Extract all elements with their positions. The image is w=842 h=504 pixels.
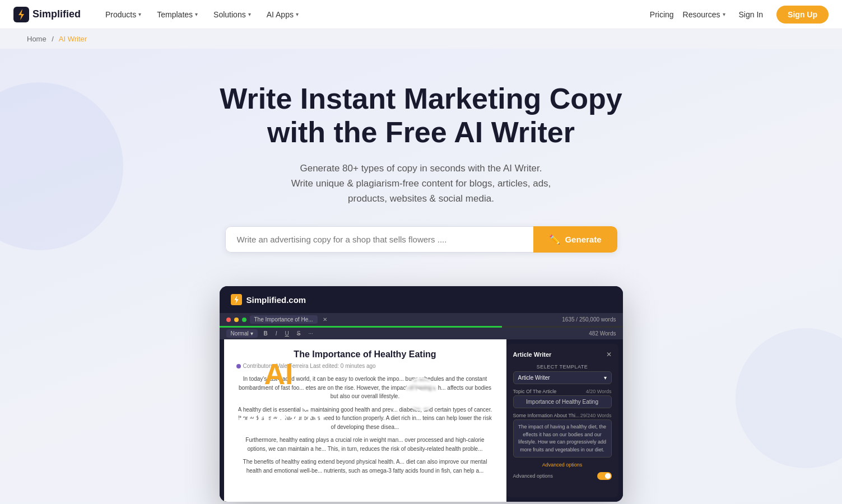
hero-title: Write Instant Marketing Copy with the Fr… (208, 82, 634, 150)
video-preview: Simplified.com The Importance of He... ✕… (220, 286, 623, 502)
editor-toolbar-band: The Importance of He... ✕ 1635 / 250,000… (220, 313, 623, 326)
nav-products[interactable]: Products ▾ (99, 7, 148, 22)
video-overlay-ai: AI (231, 360, 327, 389)
editor-word-count-right: 482 Words (589, 330, 616, 337)
signin-button[interactable]: Sign In (734, 7, 768, 22)
breadcrumb-current: AI Writer (59, 35, 87, 43)
ai-advanced-options[interactable]: Advanced options (513, 462, 612, 468)
logo-text: Simplified (32, 8, 81, 20)
generate-button[interactable]: ✏️ Generate (533, 226, 617, 253)
play-button[interactable] (404, 377, 438, 411)
advanced-toggle[interactable] (597, 472, 612, 480)
format-more-icon: ··· (306, 330, 314, 337)
article-text-3: Furthermore, healthy eating plays a cruc… (236, 436, 494, 453)
signup-button[interactable]: Sign Up (776, 6, 829, 24)
hero-subtitle: Generate 80+ types of copy in seconds wi… (264, 161, 578, 207)
format-normal[interactable]: Normal ▾ (226, 329, 258, 338)
chevron-down-icon: ▾ (604, 375, 607, 381)
video-top-bar: Simplified.com (220, 286, 623, 313)
nav-solutions[interactable]: Solutions ▾ (207, 7, 258, 22)
ai-select-template[interactable]: Article Writer ▾ (513, 371, 612, 384)
italic-icon: I (274, 330, 279, 337)
ai-select-template-label: Select Template (513, 364, 612, 370)
nav-links: Products ▾ Templates ▾ Solutions ▾ AI Ap… (99, 7, 650, 22)
search-bar: ✏️ Generate (225, 226, 617, 253)
nav-templates[interactable]: Templates ▾ (150, 7, 204, 22)
ai-topic-field[interactable]: Importance of Healthy Eating (513, 395, 612, 408)
search-input[interactable] (225, 226, 534, 253)
underline-icon: U (283, 330, 291, 337)
formatting-toolbar: Normal ▾ B I U S ··· 482 Words (220, 328, 623, 339)
video-logo-text: Simplified.com (246, 295, 306, 305)
nav-right: Pricing Resources ▾ Sign In Sign Up (650, 6, 829, 24)
editor-word-count: 1635 / 250,000 words (562, 316, 616, 323)
chevron-down-icon: ▾ (723, 11, 725, 17)
bold-icon: B (262, 330, 269, 337)
breadcrumb-home[interactable]: Home (27, 35, 46, 43)
breadcrumb: Home / AI Writer (0, 29, 842, 49)
generate-icon: ✏️ (549, 234, 560, 245)
ai-sidebar-header: Article Writer ✕ (513, 351, 612, 358)
article-text-4: The benefits of healthy eating extend be… (236, 458, 494, 475)
hero-section: Write Instant Marketing Copy with the Fr… (0, 49, 842, 504)
toolbar-dot-red (226, 318, 231, 322)
toggle-label: Advanced options (513, 473, 553, 479)
ai-info-row: Some Information About Thi... 29/240 Wor… (513, 413, 612, 418)
logo-icon (13, 7, 29, 22)
nav-ai-apps[interactable]: AI Apps ▾ (260, 7, 305, 22)
ai-info-field[interactable]: The impact of having a healthy diet, the… (513, 419, 612, 458)
ai-writer-sidebar: Article Writer ✕ Select Template Article… (506, 344, 618, 497)
chevron-down-icon: ▾ (248, 11, 251, 17)
ai-toggle-row: Advanced options (513, 472, 612, 480)
toolbar-dot-green (242, 318, 246, 322)
strikethrough-icon: S (295, 330, 303, 337)
video-text-overlay: AI Writing Generator (231, 360, 327, 429)
play-icon (417, 389, 427, 400)
chevron-down-icon: ▾ (195, 11, 198, 17)
navbar: Simplified Products ▾ Templates ▾ Soluti… (0, 0, 842, 29)
nav-pricing[interactable]: Pricing (650, 10, 674, 19)
ai-topic-row: Topic Of The Article 4/20 Words (513, 389, 612, 394)
video-overlay-generator: Generator (231, 409, 327, 429)
chevron-down-icon: ▾ (296, 11, 299, 17)
ai-sidebar-close-icon[interactable]: ✕ (606, 351, 612, 358)
breadcrumb-separator: / (52, 35, 54, 43)
nav-resources[interactable]: Resources ▾ (683, 10, 725, 19)
logo[interactable]: Simplified (13, 7, 81, 22)
chevron-down-icon: ▾ (138, 11, 141, 17)
video-overlay-writing: Writing (231, 389, 327, 409)
close-icon: ✕ (321, 316, 329, 323)
video-logo-icon (231, 294, 242, 305)
ai-sidebar-title: Article Writer (513, 351, 552, 358)
video-preview-wrap: Simplified.com The Importance of He... ✕… (220, 286, 623, 502)
editor-title: The Importance of He... (250, 315, 318, 324)
toolbar-dot-yellow (234, 318, 239, 322)
